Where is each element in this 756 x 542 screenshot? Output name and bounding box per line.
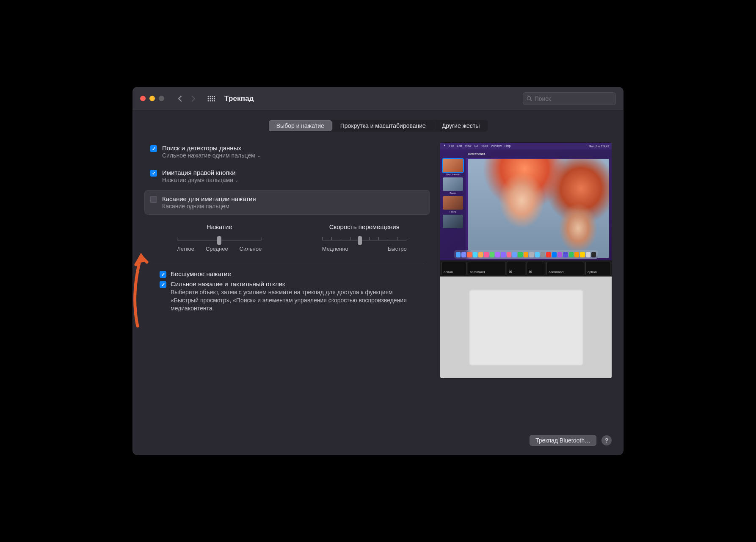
tracking-speed-label: Скорость перемещения [329, 223, 400, 230]
preview-key: option [585, 262, 610, 275]
option-secondary-click: ✓ Имитация правой кнопки Нажатие двумя п… [144, 166, 430, 188]
preview-menubar-clock: Mon Jun 7 9:41 [589, 145, 609, 148]
preview-dock-icon [529, 252, 534, 257]
preview-dock-icon [541, 252, 545, 257]
search-input[interactable] [535, 95, 612, 102]
click-strength-slider[interactable] [177, 234, 262, 246]
preview-keyboard-row: optioncommand⌘⌘commandoption [440, 260, 612, 277]
preview-sidebar: Best friends Zoom Hiking [440, 149, 466, 260]
svg-point-9 [210, 100, 211, 101]
lookup-checkbox[interactable]: ✓ [150, 145, 157, 152]
preview-screen: FileEditViewGoToolsWindowHelp Mon Jun 7 … [440, 143, 612, 260]
window-controls [140, 96, 164, 101]
preview-dock-icon [473, 252, 477, 257]
svg-point-3 [214, 96, 215, 97]
maximize-button[interactable] [159, 96, 164, 101]
option-silent-click: ✓ Бесшумное нажатие [160, 270, 424, 278]
svg-point-10 [212, 100, 213, 101]
tracking-speed-slider[interactable] [322, 234, 407, 246]
secondary-click-subtitle-dropdown[interactable]: Нажатие двумя пальцами ⌄ [162, 177, 238, 183]
preview-dock-icon [591, 252, 596, 257]
tab-more-gestures[interactable]: Другие жесты [434, 120, 487, 131]
bluetooth-trackpad-button[interactable]: Трекпад Bluetooth… [530, 435, 596, 446]
click-scale-min: Легкое [177, 246, 194, 252]
tracking-scale-max: Быстро [388, 246, 407, 252]
minimize-button[interactable] [149, 96, 155, 101]
tab-scroll-and-zoom[interactable]: Прокрутка и масштабирование [332, 120, 433, 131]
preview-dock-icon [501, 252, 505, 257]
secondary-click-title: Имитация правой кнопки [162, 169, 238, 176]
secondary-click-checkbox[interactable]: ✓ [150, 170, 157, 177]
preview-dock-icon [574, 252, 579, 257]
tap-to-click-checkbox[interactable] [150, 196, 157, 203]
svg-point-2 [212, 96, 213, 97]
option-lookup: ✓ Поиск и детекторы данных Сильное нажат… [144, 141, 430, 163]
preview-key: ⌘ [527, 262, 545, 275]
help-button[interactable]: ? [601, 435, 612, 445]
preview-dock-icon [456, 252, 461, 257]
preview-menubar-item: Edit [457, 144, 462, 148]
nav-arrows [174, 93, 200, 104]
preview-key: command [546, 262, 584, 275]
svg-point-5 [210, 98, 211, 99]
preview-key: option [441, 262, 466, 275]
force-click-label: Сильное нажатие и тактильный отклик [171, 280, 424, 288]
svg-point-8 [208, 100, 209, 101]
preview-menubar-item [443, 144, 446, 148]
preview-menubar-item: Go [474, 144, 478, 148]
titlebar: Трекпад [132, 87, 624, 111]
preview-dock-icon [569, 252, 574, 257]
preview-dock-icon [490, 252, 494, 257]
option-tap-to-click[interactable]: Касание для имитации нажатия Касание одн… [144, 190, 430, 215]
preview-dock-icon [524, 252, 528, 257]
tab-point-and-click[interactable]: Выбор и нажатие [269, 120, 332, 131]
preview-thumb [443, 215, 463, 228]
svg-line-13 [530, 100, 532, 101]
preview-dock-icon [557, 252, 562, 257]
lookup-subtitle-dropdown[interactable]: Сильное нажатие одним пальцем ⌄ [162, 152, 260, 159]
preview-thumb [443, 196, 463, 210]
preview-dock-icon [512, 252, 517, 257]
lookup-title: Поиск и детекторы данных [162, 144, 260, 152]
preview-thumb [443, 159, 463, 172]
preview-menubar-item: View [465, 144, 471, 148]
preview-dock-icon [563, 252, 568, 257]
preview-key: ⌘ [507, 262, 525, 275]
svg-point-4 [208, 98, 209, 99]
svg-point-1 [210, 96, 211, 97]
silent-click-label: Бесшумное нажатие [171, 270, 231, 277]
silent-click-checkbox[interactable]: ✓ [160, 271, 166, 278]
search-field[interactable] [523, 92, 616, 105]
chevron-down-icon: ⌄ [257, 153, 260, 158]
preview-dock-icon [535, 252, 540, 257]
options-column: ✓ Поиск и детекторы данных Сильное нажат… [144, 141, 430, 426]
preview-menubar: FileEditViewGoToolsWindowHelp Mon Jun 7 … [440, 143, 612, 149]
preview-trackpad-surface [469, 289, 583, 365]
force-click-checkbox[interactable]: ✓ [160, 281, 166, 288]
preview-dock-icon [546, 252, 551, 257]
preview-key: command [468, 262, 505, 275]
divider [150, 264, 424, 264]
preview-dock [454, 250, 598, 259]
trackpad-preview: FileEditViewGoToolsWindowHelp Mon Jun 7 … [440, 143, 612, 378]
preview-menubar-item: File [449, 144, 454, 148]
footer: Трекпад Bluetooth… ? [132, 426, 624, 455]
preview-column: FileEditViewGoToolsWindowHelp Mon Jun 7 … [440, 141, 612, 426]
svg-point-7 [214, 98, 215, 99]
force-click-help: Выберите объект, затем с усилием нажмите… [171, 288, 424, 312]
close-button[interactable] [140, 96, 146, 101]
click-strength-slider-group: Нажатие Легкое Среднее Сильное [160, 223, 279, 252]
preview-app-toolbar: Best friends [466, 149, 612, 158]
chevron-down-icon: ⌄ [235, 178, 238, 183]
back-button[interactable] [174, 93, 186, 104]
preview-dock-icon [478, 252, 483, 257]
show-all-button[interactable] [205, 96, 218, 102]
tracking-speed-slider-group: Скорость перемещения Медленно Быстро [305, 223, 425, 252]
tracking-scale-min: Медленно [322, 246, 348, 252]
preview-menubar-item: Help [505, 144, 510, 148]
preview-dock-icon [467, 252, 472, 257]
preview-dock-icon [552, 252, 557, 257]
preview-trackpad-area [440, 277, 612, 378]
sliders-row: Нажатие Легкое Среднее Сильное Скорость … [144, 217, 430, 256]
forward-button[interactable] [187, 93, 200, 104]
